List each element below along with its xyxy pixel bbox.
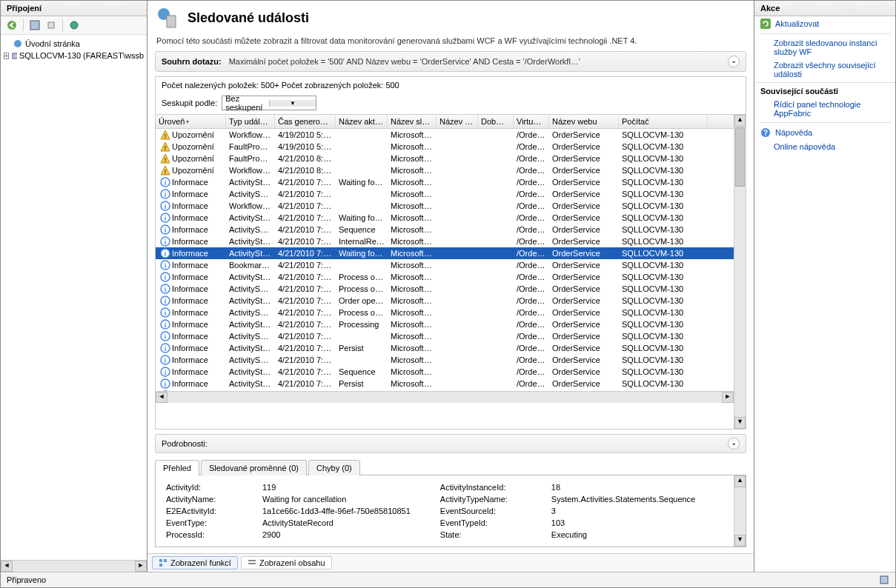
expand-summary-button[interactable]: ⌄ (728, 56, 740, 67)
action-refresh[interactable]: Aktualizovat (754, 16, 895, 31)
tab-overview[interactable]: Přehled (155, 460, 199, 475)
action-online-help[interactable]: Online nápověda (754, 140, 895, 153)
action-separator (759, 122, 891, 123)
label-activityinstanceid: ActivityInstanceId: (440, 483, 537, 492)
server-icon (11, 50, 17, 61)
scroll-down-button[interactable]: ▼ (734, 417, 746, 429)
info-icon: i (160, 284, 170, 294)
table-row[interactable]: iInformaceActivitySc…4/21/2010 7:…Proces… (156, 307, 734, 318)
action-view-all[interactable]: Zobrazit všechny související události (754, 59, 895, 81)
grid-vscroll[interactable]: ▲ ▼ (734, 115, 746, 429)
tab-tracked-vars[interactable]: Sledované proměnné (0) (201, 460, 307, 475)
connection-tree[interactable]: Úvodní stránka + SQLLOCVM-130 (FAREAST\w… (1, 35, 147, 560)
grid-header[interactable]: Úroveň Typ události Čas generování Název… (156, 115, 734, 129)
scroll-track[interactable] (167, 392, 722, 403)
table-row[interactable]: iInformaceActivitySc…4/21/2010 7:…Proces… (156, 283, 734, 295)
col-web[interactable]: Název webu (549, 115, 619, 128)
col-operation[interactable]: Název o… (437, 115, 478, 128)
action-view-instance-label: Zobrazit sledovanou instanci služby WF (774, 39, 889, 56)
main-content: Sledované události Pomocí této součásti … (147, 1, 754, 572)
col-type[interactable]: Typ události (226, 115, 275, 128)
scroll-thumb[interactable] (735, 127, 745, 187)
table-row[interactable]: iInformaceActivitySc…4/21/2010 7:…Sequen… (156, 224, 734, 235)
scroll-right-button[interactable]: ► (722, 392, 734, 403)
view-tab-features[interactable]: Zobrazení funkcí (152, 556, 238, 569)
table-row[interactable]: iInformaceActivitySc…4/21/2010 7:…Micros… (156, 330, 734, 342)
action-view-instance[interactable]: Zobrazit sledovanou instanci služby WF (754, 36, 895, 59)
tree-server-label: SQLLOCVM-130 (FAREAST\wssb (19, 51, 144, 60)
svg-text:i: i (165, 369, 167, 376)
label-eventsourceid: EventSourceId: (440, 507, 537, 515)
table-row[interactable]: iInformaceActivitySt…4/21/2010 7:…Intern… (156, 235, 734, 247)
col-service[interactable]: Název slu… (388, 115, 437, 128)
scroll-track[interactable] (734, 487, 746, 535)
table-row[interactable]: iInformaceWorkflow…4/21/2010 7:…Microsof… (156, 200, 734, 212)
svg-text:i: i (165, 262, 167, 270)
svg-rect-59 (760, 19, 771, 29)
action-help[interactable]: ? Nápověda (754, 125, 895, 140)
grid-hscroll[interactable]: ◄ ► (156, 391, 734, 403)
back-button[interactable] (5, 19, 19, 32)
warning-icon: ! (160, 153, 170, 164)
scroll-up-button[interactable]: ▲ (734, 475, 746, 487)
tree-hscroll[interactable]: ◄ ► (1, 560, 147, 572)
table-row[interactable]: iInformaceActivitySt…4/21/2010 7:…Waitin… (156, 212, 734, 224)
scroll-left-button[interactable]: ◄ (1, 561, 13, 572)
scroll-track[interactable] (734, 187, 746, 417)
result-count: Počet nalezených položek: 500+ Počet zob… (156, 77, 746, 93)
grid-body[interactable]: !UpozorněníWorkflow…4/19/2010 5:…Microso… (156, 129, 734, 391)
info-icon: i (160, 378, 170, 389)
table-row[interactable]: !UpozorněníWorkflow…4/21/2010 8:…Microso… (156, 164, 734, 176)
save-button[interactable] (28, 19, 42, 32)
group-select[interactable]: Bez seskupení ▼ (222, 96, 316, 110)
action-dashboard-label: Řídicí panel technologie AppFabric (774, 100, 889, 118)
events-grid[interactable]: Úroveň Typ události Čas generování Název… (156, 115, 734, 429)
table-row[interactable]: iInformaceActivitySt…4/21/2010 7:…Order … (156, 295, 734, 307)
scroll-track[interactable] (13, 561, 135, 572)
svg-text:i: i (165, 321, 167, 329)
col-activity[interactable]: Název akti… (336, 115, 388, 128)
sites-button[interactable] (67, 19, 81, 32)
scroll-down-button[interactable]: ▼ (734, 535, 746, 547)
page-title: Sledované události (188, 10, 309, 26)
value-activityid: 119 (262, 483, 411, 492)
details-vscroll[interactable]: ▲ ▼ (734, 475, 746, 547)
actions-panel: Akce Aktualizovat Zobrazit sledovanou in… (754, 1, 895, 572)
table-row[interactable]: !UpozorněníFaultProp…4/19/2010 5:…Micros… (156, 141, 734, 153)
scroll-left-button[interactable]: ◄ (156, 392, 167, 403)
expand-icon[interactable]: + (4, 53, 9, 59)
col-computer[interactable]: Počítač (619, 115, 708, 128)
view-tab-features-label: Zobrazení funkcí (170, 558, 231, 567)
tree-home[interactable]: Úvodní stránka (2, 38, 145, 50)
table-row[interactable]: iInformaceActivitySt…4/21/2010 7:…Sequen… (156, 366, 734, 378)
col-virtual[interactable]: Virtuál… (514, 115, 549, 128)
table-row[interactable]: iInformaceActivitySt…4/21/2010 7:…Waitin… (156, 176, 734, 188)
scroll-right-button[interactable]: ► (135, 561, 147, 572)
table-row[interactable]: iInformaceActivitySc…4/21/2010 7:…Micros… (156, 354, 734, 366)
table-row[interactable]: iInformaceActivitySt…4/21/2010 7:…Persis… (156, 378, 734, 390)
col-time[interactable]: Čas generování (275, 115, 336, 128)
collapse-details-button[interactable]: ⌄ (728, 438, 740, 450)
svg-rect-56 (159, 564, 162, 567)
connect-button[interactable] (44, 19, 58, 32)
table-row[interactable]: iInformaceActivitySt…4/21/2010 7:…Waitin… (156, 247, 734, 259)
table-row[interactable]: iInformaceActivitySt…4/21/2010 7:…Proces… (156, 318, 734, 330)
table-row[interactable]: !UpozorněníFaultProp…4/21/2010 8:…Micros… (156, 153, 734, 164)
table-row[interactable]: iInformaceBookmark…4/21/2010 7:…Microsof… (156, 259, 734, 271)
col-duration[interactable]: Dob… (478, 115, 514, 128)
table-row[interactable]: iInformaceActivitySc…4/21/2010 7:…Micros… (156, 188, 734, 200)
table-row[interactable]: iInformaceActivitySt…4/21/2010 7:…Proces… (156, 271, 734, 283)
svg-text:i: i (165, 381, 167, 388)
action-dashboard[interactable]: Řídicí panel technologie AppFabric (754, 98, 895, 120)
tree-server[interactable]: + SQLLOCVM-130 (FAREAST\wssb (2, 50, 145, 61)
info-icon: i (160, 177, 170, 187)
scroll-up-button[interactable]: ▲ (734, 115, 746, 127)
tab-errors[interactable]: Chyby (0) (308, 460, 360, 475)
col-level[interactable]: Úroveň (156, 115, 226, 128)
table-row[interactable]: !UpozorněníWorkflow…4/19/2010 5:…Microso… (156, 129, 734, 141)
view-tab-content[interactable]: Zobrazení obsahu (241, 556, 332, 569)
value-eventtype: ActivityStateRecord (262, 518, 411, 527)
info-icon: i (160, 272, 170, 282)
action-online-help-label: Online nápověda (774, 142, 835, 151)
table-row[interactable]: iInformaceActivitySt…4/21/2010 7:…Persis… (156, 342, 734, 354)
